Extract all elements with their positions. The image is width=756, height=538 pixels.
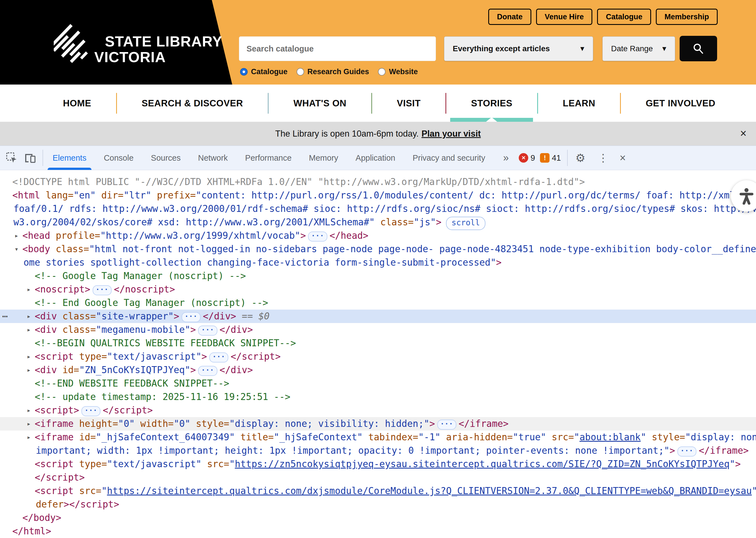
quick-link-membership[interactable]: Membership [656,9,718,25]
nav-item-visit[interactable]: VISIT [397,84,421,122]
expand-arrow-icon[interactable]: ▸ [24,350,33,363]
tab-console[interactable]: Console [104,146,133,170]
tab-memory[interactable]: Memory [309,146,338,170]
nav-item-learn[interactable]: LEARN [563,84,595,122]
radio-icon[interactable] [240,68,248,76]
device-toolbar-icon[interactable] [24,152,36,164]
gear-icon[interactable]: ⚙ [576,151,585,164]
code-line[interactable]: ▸<script type="text/javascript">···</scr… [0,350,756,363]
code-line[interactable]: ▾<body class="html not-front not-logged-… [0,242,756,256]
code-line[interactable]: ▸<noscript>···</noscript> [0,283,756,296]
code-line[interactable]: <script type="text/javascript" src="http… [0,457,756,471]
expand-node-ellipsis-icon[interactable]: ··· [437,420,456,430]
expand-arrow-icon[interactable]: ▸ [24,323,33,337]
more-tabs-icon[interactable]: » [503,152,508,164]
code-token: </script> [230,351,280,362]
code-token: class= [380,217,414,228]
radio-icon[interactable] [297,68,304,76]
quick-link-catalogue[interactable]: Catalogue [597,9,651,25]
tab-application[interactable]: Application [356,146,395,170]
code-line[interactable]: </html> [0,524,756,538]
expand-node-ellipsis-icon[interactable]: ··· [181,312,201,322]
close-devtools-icon[interactable]: × [620,152,626,164]
code-line[interactable]: <!DOCTYPE html PUBLIC "-//W3C//DTD XHTML… [0,175,756,188]
tab-elements[interactable]: Elements [53,146,86,170]
expand-node-ellipsis-icon[interactable]: ··· [198,326,217,336]
inspect-element-icon[interactable] [6,152,18,164]
expand-arrow-icon[interactable]: ▸ [24,310,33,323]
search-target-radios: CatalogueResearch GuidesWebsite [240,68,418,76]
code-line[interactable]: ⋯▸<div class="site-wrapper">···</div> ==… [0,310,756,323]
code-link[interactable]: about:blank [580,432,641,443]
expand-arrow-icon[interactable]: ▸ [24,363,33,377]
quick-link-venue-hire[interactable]: Venue Hire [536,9,593,25]
nav-item-what-s-on[interactable]: WHAT'S ON [293,84,347,122]
nav-item-stories[interactable]: STORIES [471,84,512,122]
plan-your-visit-link[interactable]: Plan your visit [422,129,481,139]
code-token: style= [196,418,229,429]
radio-icon[interactable] [378,68,385,76]
search-button[interactable] [680,36,717,61]
quick-link-donate[interactable]: Donate [488,9,531,25]
kebab-menu-icon[interactable]: ⋮ [598,152,608,164]
radio-option-research-guides[interactable]: Research Guides [297,68,369,76]
tab-performance[interactable]: Performance [245,146,291,170]
code-line[interactable]: <!-- End Google Tag Manager (noscript) -… [0,296,756,310]
code-line[interactable]: w3.org/2004/02/skos/core# xsd: http://ww… [0,216,756,229]
tab-privacy-and-security[interactable]: Privacy and security [413,146,485,170]
code-link[interactable]: https://siteintercept.qualtrics.com/dxjs… [107,485,752,496]
tab-network[interactable]: Network [198,146,228,170]
code-line[interactable]: ome stories spotlight-collection changin… [0,256,756,269]
search-input[interactable] [239,36,436,61]
expand-node-ellipsis-icon[interactable]: ··· [198,366,217,376]
nav-item-home[interactable]: HOME [63,84,91,122]
code-token: title= [240,432,274,443]
collapse-arrow-icon[interactable]: ▾ [12,242,21,256]
code-line[interactable]: foaf/0.1/ rdfs: http://www.w3.org/2000/0… [0,202,756,216]
radio-option-catalogue[interactable]: Catalogue [240,68,288,76]
code-line[interactable]: </script> [0,471,756,484]
expand-arrow-icon[interactable]: ▸ [24,417,33,431]
row-actions-ellipsis-icon[interactable]: ⋯ [2,310,7,323]
expand-node-ellipsis-icon[interactable]: ··· [209,352,228,362]
code-token: > [201,351,207,362]
expand-arrow-icon[interactable]: ▸ [12,229,21,242]
code-line[interactable]: ▸<head profile="http://www.w3.org/1999/x… [0,229,756,242]
expand-node-ellipsis-icon[interactable]: ··· [678,447,696,457]
code-line[interactable]: ▸<div id="ZN_5nCoKYsIQTPJYeq">···</div> [0,363,756,377]
code-line[interactable]: <!--END WEBSITE FEEDBACK SNIPPET--> [0,377,756,390]
expand-node-ellipsis-icon[interactable]: ··· [81,406,100,416]
logo-wordmark[interactable]: STATE LIBRARY VICTORIA [94,33,222,65]
code-line[interactable]: defer></script> [0,498,756,511]
code-token: "js" [414,217,436,228]
code-line[interactable]: ▸<div class="megamenu-mobile">···</div> [0,323,756,337]
tab-sources[interactable]: Sources [151,146,180,170]
expand-arrow-icon[interactable]: ▸ [24,283,33,296]
code-line[interactable]: </body> [0,511,756,524]
code-token: </body> [23,512,61,523]
code-token: > [190,324,196,335]
expand-node-ellipsis-icon[interactable]: ··· [93,285,112,295]
radio-option-website[interactable]: Website [378,68,418,76]
code-line[interactable]: <script src="https://siteintercept.qualt… [0,484,756,498]
nav-item-search-discover[interactable]: SEARCH & DISCOVER [142,84,243,122]
code-line[interactable]: <!-- Google Tag Manager (noscript) --> [0,269,756,283]
nav-item-get-involved[interactable]: GET INVOLVED [646,84,715,122]
close-icon[interactable]: × [740,127,746,139]
code-line[interactable]: ▸<iframe id="_hjSafeContext_64007349" ti… [0,431,756,444]
code-link[interactable]: https://zn5ncokysiqtpjyeq-eysau.siteinte… [235,458,730,469]
expand-arrow-icon[interactable]: ▸ [24,431,33,444]
search-scope-select[interactable]: Everything except articles ▼ [444,36,593,61]
issues-summary[interactable]: ✕ 9 ! 41 [519,153,561,163]
expand-node-ellipsis-icon[interactable]: ··· [308,232,327,242]
slv-logo-icon[interactable] [54,17,93,71]
code-line[interactable]: <html lang="en" dir="ltr" prefix="conten… [0,188,756,202]
code-line[interactable]: important; width: 1px !important; height… [0,444,756,457]
code-line[interactable]: ▸<script>···</script> [0,404,756,417]
code-line[interactable]: <!--BEGIN QUALTRICS WEBSITE FEEDBACK SNI… [0,337,756,350]
code-line[interactable]: <!-- update timestamp: 2025-11-16 19:25:… [0,390,756,404]
date-range-select[interactable]: Date Range ▼ [602,36,675,61]
code-line[interactable]: ▸<iframe height="0" width="0" style="dis… [0,417,756,431]
code-token: </div> [203,311,236,322]
expand-arrow-icon[interactable]: ▸ [24,404,33,417]
